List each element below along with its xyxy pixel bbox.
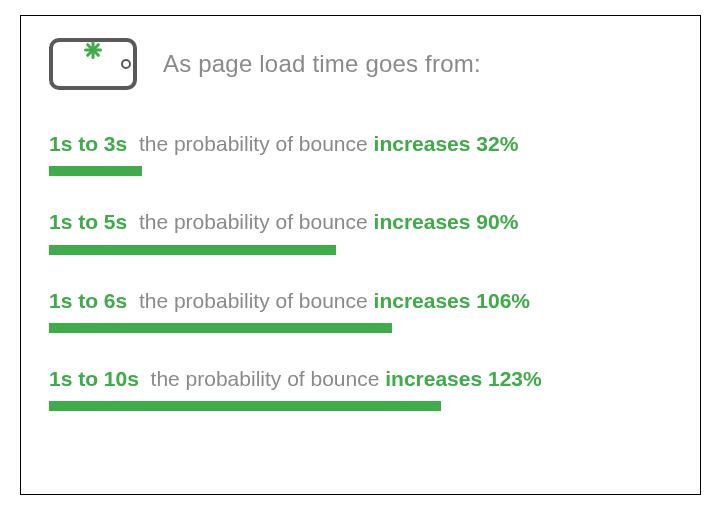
infographic-title: As page load time goes from: [163, 50, 481, 78]
bar-track [49, 245, 672, 255]
bar-fill [49, 323, 392, 333]
bar-fill [49, 245, 336, 255]
time-range: 1s to 5s [49, 210, 127, 233]
header: As page load time goes from: [49, 38, 672, 90]
rows-container: 1s to 3s the probability of bounce incre… [49, 130, 672, 411]
stat-mid-text: the probability of bounce [139, 132, 368, 155]
stat-row: 1s to 3s the probability of bounce incre… [49, 130, 672, 176]
bar-track [49, 166, 672, 176]
stat-line: 1s to 6s the probability of bounce incre… [49, 287, 672, 315]
time-range: 1s to 3s [49, 132, 127, 155]
stat-line: 1s to 10s the probability of bounce incr… [49, 365, 672, 393]
bar-fill [49, 166, 142, 176]
increase-label: increases 90% [374, 210, 519, 233]
increase-label: increases 106% [374, 289, 530, 312]
time-range: 1s to 6s [49, 289, 127, 312]
stat-line: 1s to 5s the probability of bounce incre… [49, 208, 672, 236]
stat-row: 1s to 10s the probability of bounce incr… [49, 365, 672, 411]
phone-loading-icon [49, 38, 137, 90]
stat-mid-text: the probability of bounce [139, 210, 368, 233]
stat-line: 1s to 3s the probability of bounce incre… [49, 130, 672, 158]
bar-track [49, 323, 672, 333]
bar-fill [49, 401, 441, 411]
bar-track [49, 401, 672, 411]
time-range: 1s to 10s [49, 367, 139, 390]
stat-mid-text: the probability of bounce [139, 289, 368, 312]
spinner-icon [79, 50, 107, 78]
increase-label: increases 123% [385, 367, 541, 390]
increase-label: increases 32% [374, 132, 519, 155]
stat-row: 1s to 6s the probability of bounce incre… [49, 287, 672, 333]
stat-row: 1s to 5s the probability of bounce incre… [49, 208, 672, 254]
infographic-frame: As page load time goes from: 1s to 3s th… [20, 15, 701, 495]
stat-mid-text: the probability of bounce [151, 367, 380, 390]
